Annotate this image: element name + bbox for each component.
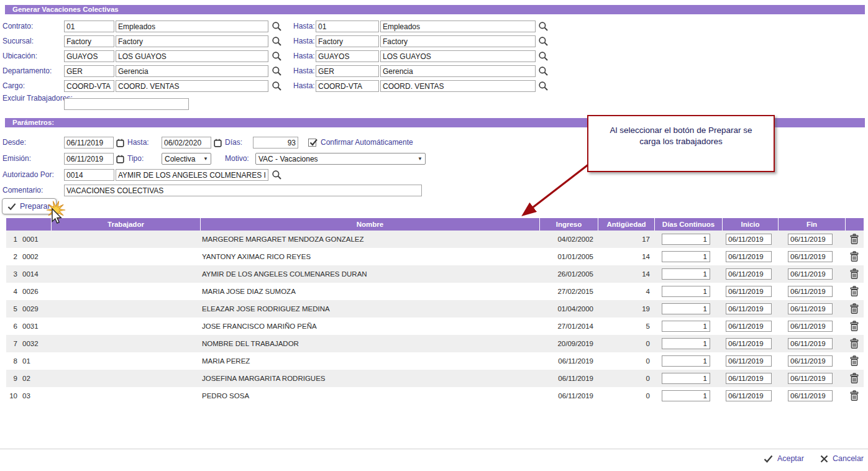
fin-date-input[interactable] (788, 303, 833, 314)
departamento-hasta-search-icon[interactable] (538, 66, 549, 76)
hasta-date-input[interactable] (162, 137, 211, 149)
ingreso-date: 01/04/2000 (534, 300, 593, 318)
cargo-search-icon[interactable] (272, 81, 282, 91)
fin-date-input[interactable] (788, 251, 833, 262)
sucursal-search-icon[interactable] (272, 36, 282, 47)
contrato-hasta-code-input[interactable] (316, 21, 379, 32)
delete-row-button[interactable] (849, 338, 860, 349)
excluir-trabajadores-label: Excluir Trabajadores: (2, 94, 56, 103)
autorizado-search-icon[interactable] (272, 170, 282, 180)
ingreso-date: 04/02/2002 (534, 231, 593, 248)
inicio-date-input[interactable] (726, 355, 772, 367)
fin-date-input[interactable] (788, 355, 833, 367)
tipo-select[interactable]: Colectiva ▼ (162, 153, 211, 165)
delete-row-button[interactable] (849, 251, 860, 262)
confirmar-checkbox[interactable] (308, 139, 316, 147)
delete-row-button[interactable] (849, 234, 860, 245)
desde-date-input[interactable] (64, 137, 114, 149)
cargo-hasta-search-icon[interactable] (538, 81, 549, 91)
excluir-trabajadores-input[interactable] (64, 98, 189, 110)
inicio-date-input[interactable] (726, 338, 772, 349)
dias-continuos-input[interactable] (662, 373, 710, 384)
departamento-hasta-code-input[interactable] (316, 65, 379, 77)
fin-date-input[interactable] (788, 321, 833, 332)
ubicacion-code-input[interactable] (64, 50, 114, 62)
delete-row-button[interactable] (849, 373, 860, 384)
delete-row-button[interactable] (849, 268, 860, 280)
comentario-input[interactable] (64, 185, 422, 196)
contrato-hasta-desc-input[interactable] (380, 21, 536, 32)
inicio-date-input[interactable] (726, 390, 772, 401)
dias-continuos-input[interactable] (662, 390, 710, 401)
delete-row-button[interactable] (849, 303, 860, 314)
ubicacion-desc-input[interactable] (116, 50, 268, 62)
emision-calendar-icon[interactable] (115, 155, 126, 165)
inicio-date-input[interactable] (726, 251, 772, 262)
inicio-date-input[interactable] (726, 234, 772, 245)
trabajador-code: 0029 (22, 300, 39, 318)
table-header-nombre: Nombre (201, 218, 539, 231)
inicio-date-input[interactable] (726, 286, 772, 297)
dias-continuos-input[interactable] (662, 268, 710, 280)
ubicacion-hasta-search-icon[interactable] (538, 51, 549, 62)
sucursal-hasta-code-input[interactable] (316, 35, 379, 47)
sucursal-desc-input[interactable] (116, 35, 268, 47)
sucursal-hasta-search-icon[interactable] (538, 36, 549, 47)
inicio-date-input[interactable] (726, 303, 772, 314)
fin-date-input[interactable] (788, 234, 833, 245)
motivo-select[interactable]: VAC - Vacaciones ▼ (255, 153, 426, 165)
ubicacion-search-icon[interactable] (272, 51, 282, 62)
departamento-desc-input[interactable] (116, 65, 268, 77)
departamento-hasta-desc-input[interactable] (380, 65, 536, 77)
dias-continuos-input[interactable] (662, 303, 710, 314)
cancelar-label: Cancelar (833, 454, 864, 463)
ingreso-date: 20/09/2019 (534, 335, 593, 352)
inicio-date-input[interactable] (726, 321, 772, 332)
fin-date-input[interactable] (788, 268, 833, 280)
cargo-hasta-code-input[interactable] (316, 80, 379, 92)
preparar-button[interactable]: Preparar (2, 198, 57, 214)
dias-continuos-input[interactable] (662, 321, 710, 332)
cancelar-button[interactable]: Cancelar (820, 454, 864, 463)
emision-date-input[interactable] (64, 153, 114, 165)
cargo-desc-input[interactable] (116, 80, 268, 92)
contrato-desc-input[interactable] (116, 21, 268, 32)
delete-row-button[interactable] (849, 390, 860, 401)
dias-continuos-input[interactable] (662, 234, 710, 245)
sucursal-code-input[interactable] (64, 35, 114, 47)
trabajador-code: 0002 (22, 248, 39, 265)
departamento-hasta-label: Hasta: (293, 65, 315, 77)
departamento-code-input[interactable] (64, 65, 114, 77)
sucursal-hasta-desc-input[interactable] (380, 35, 536, 47)
departamento-search-icon[interactable] (272, 66, 282, 76)
aceptar-button[interactable]: Aceptar (764, 454, 804, 463)
ingreso-date: 26/01/2005 (534, 265, 593, 283)
fin-date-input[interactable] (788, 286, 833, 297)
ingreso-date: 27/01/2014 (534, 318, 593, 335)
fin-date-input[interactable] (788, 338, 833, 349)
desde-calendar-icon[interactable] (115, 139, 126, 149)
contrato-hasta-search-icon[interactable] (538, 21, 549, 32)
contrato-search-icon[interactable] (272, 21, 282, 32)
row-number: 9 (6, 370, 17, 387)
inicio-date-input[interactable] (726, 268, 772, 280)
fin-date-input[interactable] (788, 390, 833, 401)
hasta-calendar-icon[interactable] (212, 139, 223, 149)
delete-row-button[interactable] (849, 355, 860, 367)
dias-continuos-input[interactable] (662, 286, 710, 297)
fin-date-input[interactable] (788, 373, 833, 384)
dias-continuos-input[interactable] (662, 355, 710, 367)
cargo-hasta-desc-input[interactable] (380, 80, 536, 92)
inicio-date-input[interactable] (726, 373, 772, 384)
delete-row-button[interactable] (849, 286, 860, 297)
dias-continuos-input[interactable] (662, 338, 710, 349)
dias-input[interactable] (253, 137, 298, 149)
ubicacion-hasta-code-input[interactable] (316, 50, 379, 62)
autorizado-nombre-input[interactable] (116, 169, 268, 181)
ubicacion-hasta-desc-input[interactable] (380, 50, 536, 62)
cargo-code-input[interactable] (64, 80, 114, 92)
dias-continuos-input[interactable] (662, 251, 710, 262)
delete-row-button[interactable] (849, 321, 860, 332)
contrato-code-input[interactable] (64, 21, 114, 32)
autorizado-code-input[interactable] (64, 169, 114, 181)
